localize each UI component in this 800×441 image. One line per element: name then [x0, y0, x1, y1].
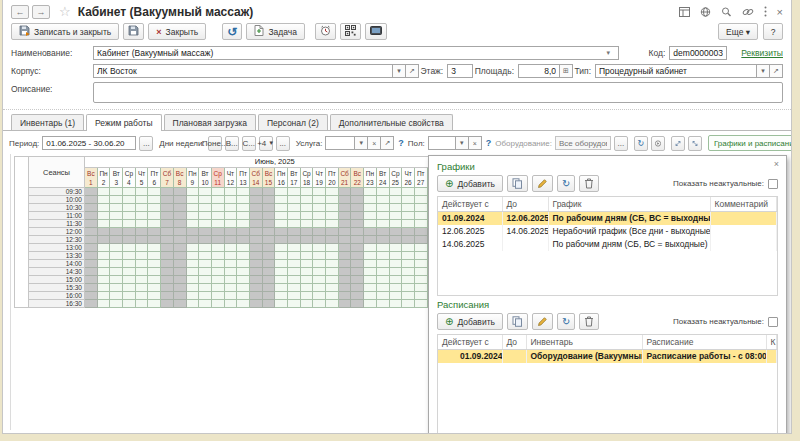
calendar-cell[interactable] — [161, 188, 174, 196]
grafiki-edit-button[interactable] — [532, 175, 553, 192]
more-actions-button[interactable]: Еще ▾ — [718, 23, 758, 40]
calendar-cell[interactable] — [262, 220, 275, 228]
calendar-cell[interactable] — [148, 236, 161, 244]
raspisaniya-add-button[interactable]: ⊕Добавить — [437, 313, 503, 330]
calendar-cell[interactable] — [326, 284, 339, 292]
popup-close-icon[interactable]: × — [774, 159, 779, 169]
calendar-cell[interactable] — [402, 268, 415, 276]
calendar-day-header[interactable]: Сб7 — [161, 168, 174, 188]
calendar-cell[interactable] — [376, 284, 389, 292]
calendar-cell[interactable] — [249, 260, 262, 268]
calendar-cell[interactable] — [97, 252, 110, 260]
calendar-cell[interactable] — [338, 204, 351, 212]
calendar-cell[interactable] — [135, 244, 148, 252]
calendar-cell[interactable] — [135, 188, 148, 196]
calendar-cell[interactable] — [326, 188, 339, 196]
calendar-cell[interactable] — [389, 204, 402, 212]
building-dropdown-button[interactable]: ▾ — [393, 64, 406, 78]
back-button[interactable]: ← — [11, 5, 29, 19]
calendar-cell[interactable] — [262, 236, 275, 244]
calendar-cell[interactable] — [173, 236, 186, 244]
calendar-cell[interactable] — [364, 276, 377, 284]
calendar-cell[interactable] — [351, 228, 364, 236]
calendar-cell[interactable] — [364, 196, 377, 204]
calendar-cell[interactable] — [338, 276, 351, 284]
calendar-cell[interactable] — [402, 276, 415, 284]
calendar-cell[interactable] — [351, 300, 364, 308]
table-row[interactable]: 12.06.202514.06.2025Нерабочий график (Вс… — [438, 225, 777, 238]
calendar-cell[interactable] — [97, 300, 110, 308]
calendar-cell[interactable] — [300, 244, 313, 252]
grafiki-show-inactive-checkbox[interactable] — [768, 179, 778, 189]
calendar-cell[interactable] — [110, 196, 123, 204]
favorite-star-icon[interactable]: ☆ — [59, 4, 71, 19]
calendar-cell[interactable] — [300, 236, 313, 244]
calendar-cell[interactable] — [288, 196, 301, 204]
calendar-cell[interactable] — [288, 276, 301, 284]
calendar-cell[interactable] — [262, 260, 275, 268]
calendar-cell[interactable] — [148, 188, 161, 196]
calendar-cell[interactable] — [351, 220, 364, 228]
calendar-cell[interactable] — [402, 292, 415, 300]
calendar-cell[interactable] — [199, 220, 212, 228]
calendar-cell[interactable] — [211, 260, 224, 268]
calendar-cell[interactable] — [402, 220, 415, 228]
calendar-cell[interactable] — [199, 228, 212, 236]
calculator-icon[interactable]: ⊞ — [560, 64, 573, 78]
raspisaniya-delete-button[interactable] — [579, 313, 599, 330]
raspisaniya-show-inactive-checkbox[interactable] — [768, 317, 778, 327]
weekday-button-tue[interactable]: В... — [225, 136, 239, 151]
calendar-cell[interactable] — [224, 212, 237, 220]
code-input[interactable] — [669, 46, 727, 60]
calendar-cell[interactable] — [161, 236, 174, 244]
calendar-cell[interactable] — [186, 204, 199, 212]
calendar-cell[interactable] — [364, 284, 377, 292]
calendar-cell[interactable] — [85, 276, 98, 284]
calendar-cell[interactable] — [237, 276, 250, 284]
calendar-cell[interactable] — [249, 244, 262, 252]
tab-staff[interactable]: Персонал (2) — [258, 114, 328, 130]
calendar-cell[interactable] — [123, 244, 136, 252]
calendar-cell[interactable] — [186, 276, 199, 284]
calendar-cell[interactable] — [110, 260, 123, 268]
calendar-cell[interactable] — [288, 292, 301, 300]
calendar-cell[interactable] — [224, 220, 237, 228]
column-header[interactable]: График — [548, 197, 710, 212]
calendar-day-header[interactable]: Пт27 — [414, 168, 427, 188]
calendar-cell[interactable] — [148, 204, 161, 212]
calendar-cell[interactable] — [148, 300, 161, 308]
calendar-cell[interactable] — [135, 260, 148, 268]
calendar-cell[interactable] — [135, 236, 148, 244]
calendar-cell[interactable] — [199, 284, 212, 292]
calendar-cell[interactable] — [288, 268, 301, 276]
calendar-cell[interactable] — [300, 252, 313, 260]
calendar-cell[interactable] — [300, 292, 313, 300]
service-dropdown-button[interactable]: ▾ — [355, 136, 368, 150]
calendar-cell[interactable] — [173, 292, 186, 300]
calendar-cell[interactable] — [135, 276, 148, 284]
calendar-cell[interactable] — [97, 196, 110, 204]
calendar-cell[interactable] — [414, 196, 427, 204]
calendar-cell[interactable] — [186, 212, 199, 220]
calendar-cell[interactable] — [135, 292, 148, 300]
calendar-cell[interactable] — [338, 196, 351, 204]
calendar-cell[interactable] — [262, 284, 275, 292]
expand-button[interactable] — [671, 136, 685, 151]
calendar-cell[interactable] — [313, 260, 326, 268]
calendar-cell[interactable] — [186, 244, 199, 252]
calendar-cell[interactable] — [199, 212, 212, 220]
calendar-cell[interactable] — [414, 188, 427, 196]
calendar-cell[interactable] — [110, 188, 123, 196]
calendar-day-header[interactable]: Пт13 — [237, 168, 250, 188]
calendar-cell[interactable] — [364, 244, 377, 252]
calendar-cell[interactable] — [275, 292, 288, 300]
calendar-cell[interactable] — [414, 284, 427, 292]
calendar-cell[interactable] — [275, 204, 288, 212]
calendar-cell[interactable] — [123, 284, 136, 292]
calendar-day-header[interactable]: Пн16 — [275, 168, 288, 188]
calendar-cell[interactable] — [211, 196, 224, 204]
calendar-cell[interactable] — [262, 300, 275, 308]
period-input[interactable] — [42, 136, 136, 150]
table-row[interactable]: 14.06.2025По рабочим дням (СБ, ВС = выхо… — [438, 238, 777, 251]
calendar-cell[interactable] — [161, 260, 174, 268]
